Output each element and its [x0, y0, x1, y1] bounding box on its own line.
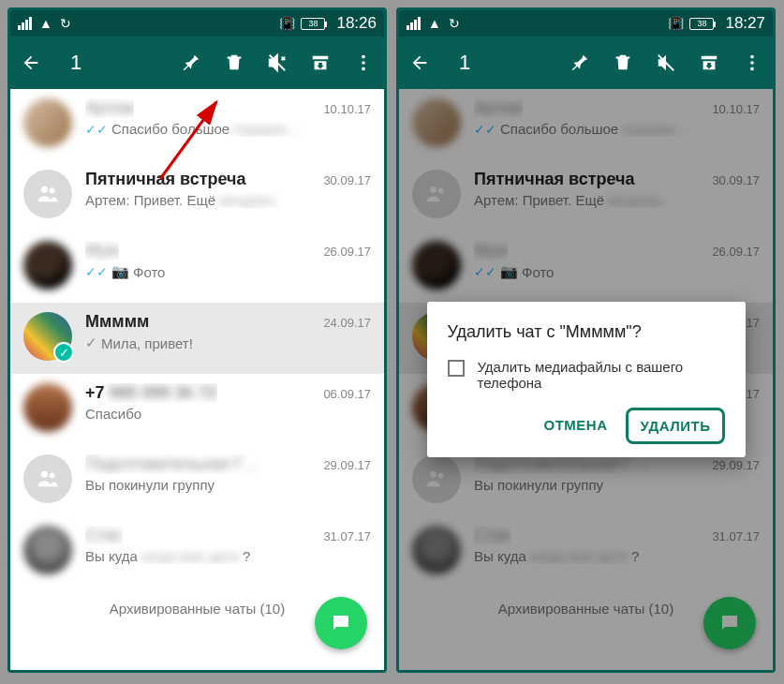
- chat-date: 31.07.17: [323, 529, 371, 543]
- read-ticks-icon: ✓✓: [85, 264, 108, 279]
- svg-point-4: [50, 188, 55, 194]
- warning-icon: ▲: [428, 16, 441, 31]
- chat-row[interactable]: Артем 10.10.17 ✓✓ Спасибо большое подарк…: [10, 89, 384, 160]
- action-bar: 1: [399, 37, 773, 89]
- chat-list[interactable]: Артем 10.10.17 ✓✓ Спасибо большое подарк…: [10, 89, 384, 670]
- chat-name: Муж: [85, 241, 119, 260]
- back-button[interactable]: [408, 52, 431, 74]
- pin-button[interactable]: [180, 52, 202, 74]
- sent-tick-icon: ✓: [85, 335, 97, 351]
- chat-name: +7 985 099 36 72: [85, 383, 217, 403]
- camera-icon: 📷: [111, 263, 129, 280]
- modal-overlay[interactable]: Удалить чат с "Ммммм"? Удалить медиафайл…: [399, 89, 773, 670]
- chat-name: Подготовительная Г…: [85, 454, 259, 474]
- svg-point-6: [50, 473, 55, 479]
- avatar[interactable]: [23, 454, 72, 503]
- action-bar: 1: [10, 37, 384, 89]
- chat-preview: ✓✓ Спасибо большое подарки…: [85, 121, 371, 137]
- chat-name: Ммммм: [85, 312, 149, 332]
- svg-point-8: [750, 55, 754, 59]
- phone-left: ▲ ↻ 📳 38 18:26 1: [7, 7, 387, 673]
- checkbox-label: Удалить медиафайлы с вашего телефона: [478, 359, 725, 391]
- sync-icon: ↻: [449, 16, 460, 31]
- svg-point-9: [750, 61, 754, 65]
- warning-icon: ▲: [39, 16, 52, 31]
- chat-preview: ✓✓ 📷 Фото: [85, 263, 371, 280]
- svg-point-0: [362, 55, 365, 59]
- archive-button[interactable]: [309, 52, 332, 74]
- selection-count: 1: [70, 51, 81, 75]
- chat-date: 30.09.17: [323, 173, 371, 187]
- battery-icon: 38: [689, 18, 714, 30]
- avatar[interactable]: [23, 526, 72, 574]
- svg-point-2: [362, 67, 365, 71]
- chat-date: 29.09.17: [323, 458, 371, 472]
- avatar[interactable]: [23, 98, 72, 147]
- vibrate-icon: 📳: [668, 16, 684, 31]
- mute-button[interactable]: [266, 52, 288, 74]
- svg-point-5: [41, 471, 48, 478]
- chat-row[interactable]: Стас 31.07.17 Вы куда когда мне дети ?: [10, 516, 384, 587]
- overflow-menu[interactable]: [741, 52, 763, 74]
- avatar[interactable]: [23, 241, 72, 290]
- svg-point-1: [362, 61, 365, 65]
- chat-row[interactable]: Муж 26.09.17 ✓✓ 📷 Фото: [10, 231, 384, 303]
- clock: 18:27: [725, 14, 765, 33]
- chat-preview: Артем: Привет. Ещё вендоро.: [85, 192, 371, 208]
- chat-name: Пятничная встреча: [85, 170, 246, 189]
- delete-chat-dialog: Удалить чат с "Ммммм"? Удалить медиафайл…: [427, 302, 746, 457]
- clock: 18:26: [336, 14, 377, 33]
- chat-name: Стас: [85, 526, 123, 545]
- archive-button[interactable]: [698, 52, 720, 74]
- chat-date: 10.10.17: [323, 102, 371, 116]
- delete-button[interactable]: [612, 52, 634, 74]
- sync-icon: ↻: [60, 16, 71, 31]
- chat-date: 24.09.17: [323, 316, 371, 330]
- chat-list: Артем10.10.17✓✓Спасибо большоеподарки… П…: [399, 89, 773, 670]
- phone-right: ▲ ↻ 📳 38 18:27 1 Артем10.10.17✓✓Спасибо …: [396, 7, 776, 673]
- chat-row[interactable]: ✓ Ммммм 24.09.17 ✓ Мила, привет!: [10, 303, 384, 374]
- signal-icon: [18, 17, 32, 30]
- delete-media-checkbox[interactable]: Удалить медиафайлы с вашего телефона: [448, 359, 725, 391]
- battery-icon: 38: [301, 18, 325, 30]
- chat-preview: Спасибо: [85, 406, 371, 422]
- chat-preview: Вы покинули группу: [85, 477, 371, 493]
- confirm-delete-button[interactable]: УДАЛИТЬ: [626, 408, 724, 444]
- chat-preview: Вы куда когда мне дети ?: [85, 548, 371, 564]
- avatar[interactable]: [23, 383, 72, 432]
- selection-count: 1: [459, 51, 470, 75]
- dialog-title: Удалить чат с "Ммммм"?: [448, 322, 725, 342]
- signal-icon: [407, 17, 421, 30]
- back-button[interactable]: [20, 52, 42, 74]
- pin-button[interactable]: [569, 52, 591, 74]
- mute-button[interactable]: [655, 52, 677, 74]
- chat-date: 26.09.17: [323, 245, 371, 259]
- selected-check-icon: ✓: [53, 342, 74, 363]
- overflow-menu[interactable]: [352, 52, 375, 74]
- checkbox-icon[interactable]: [448, 360, 465, 377]
- chat-name: Артем: [85, 98, 134, 118]
- avatar[interactable]: [23, 170, 72, 218]
- avatar[interactable]: ✓: [23, 312, 72, 361]
- vibrate-icon: 📳: [279, 16, 295, 31]
- delete-button[interactable]: [223, 52, 245, 74]
- svg-point-3: [41, 186, 48, 193]
- status-bar: ▲ ↻ 📳 38 18:27: [399, 10, 773, 37]
- svg-point-10: [750, 67, 754, 71]
- chat-row[interactable]: Подготовительная Г… 29.09.17 Вы покинули…: [10, 445, 384, 516]
- status-bar: ▲ ↻ 📳 38 18:26: [10, 10, 384, 37]
- chat-date: 06.09.17: [323, 387, 371, 401]
- chat-row[interactable]: +7 985 099 36 72 06.09.17 Спасибо: [10, 374, 384, 445]
- new-chat-fab[interactable]: [315, 597, 367, 649]
- read-ticks-icon: ✓✓: [85, 122, 108, 137]
- chat-row[interactable]: Пятничная встреча 30.09.17 Артем: Привет…: [10, 160, 384, 231]
- chat-preview: ✓ Мила, привет!: [85, 335, 371, 351]
- cancel-button[interactable]: ОТМЕНА: [532, 408, 618, 444]
